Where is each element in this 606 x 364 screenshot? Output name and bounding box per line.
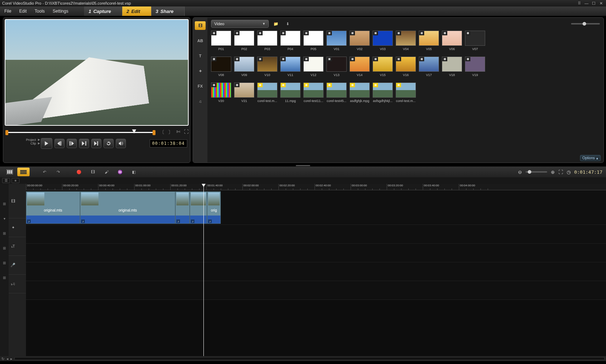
library-item[interactable]: ▦V21 bbox=[234, 83, 254, 103]
library-item[interactable]: ▦V03 bbox=[373, 31, 393, 51]
library-item[interactable]: ▦P01 bbox=[211, 31, 231, 51]
zoom-in-icon[interactable]: ⊕ bbox=[551, 169, 555, 175]
library-item[interactable]: ▦asdfghjk.mpg bbox=[350, 83, 370, 103]
library-item[interactable]: ▦V10 bbox=[257, 57, 277, 77]
library-item[interactable]: ▦V06 bbox=[442, 31, 462, 51]
track-enable-toggle[interactable]: ⊞ bbox=[3, 231, 6, 235]
undo-button[interactable]: ↶ bbox=[38, 168, 50, 176]
menu-file[interactable]: File bbox=[3, 7, 13, 15]
zoom-out-icon[interactable]: ⊖ bbox=[518, 169, 522, 175]
library-category-dropdown[interactable]: Video▼ bbox=[211, 20, 269, 28]
library-tab-audio[interactable]: ♫ bbox=[195, 97, 206, 106]
library-item[interactable]: ▦V17 bbox=[419, 57, 439, 77]
library-item[interactable]: ▦V16 bbox=[396, 57, 416, 77]
title-track-lane[interactable] bbox=[26, 244, 606, 262]
track-enable-toggle[interactable]: ⊞ bbox=[3, 202, 6, 206]
library-tab-title[interactable]: T bbox=[195, 52, 206, 60]
library-tab-filter[interactable]: FX bbox=[195, 82, 206, 90]
preview-viewport[interactable] bbox=[5, 19, 189, 126]
repeat-button[interactable] bbox=[104, 139, 114, 148]
chapter-button[interactable]: ◧ bbox=[128, 168, 140, 176]
redo-button[interactable]: ↷ bbox=[52, 168, 64, 176]
step-edit[interactable]: 2Edit bbox=[122, 6, 152, 16]
menu-tools[interactable]: Tools bbox=[33, 7, 46, 15]
mark-in-icon[interactable]: 〔 bbox=[160, 129, 164, 136]
library-item[interactable]: ▦corel-test45... bbox=[326, 83, 347, 103]
library-item[interactable]: ▦V08 bbox=[211, 57, 231, 77]
library-tab-graphic[interactable]: ✦ bbox=[195, 67, 206, 75]
sound-mixer-button[interactable]: ♒ bbox=[114, 168, 126, 176]
library-item[interactable]: ▦V11 bbox=[280, 57, 300, 77]
library-options-button[interactable]: Options▴ bbox=[580, 155, 601, 161]
library-item[interactable]: ▦corel-test.m... bbox=[257, 83, 277, 103]
library-item[interactable]: ▦V02 bbox=[350, 31, 370, 51]
track-collapse-toggle[interactable]: ▾ bbox=[4, 217, 5, 221]
menu-settings[interactable]: Settings bbox=[51, 7, 70, 15]
settings-grip-icon[interactable]: ⠿ bbox=[576, 1, 582, 6]
library-item[interactable]: ▦P05 bbox=[303, 31, 324, 51]
library-item[interactable]: ▦V18 bbox=[442, 57, 462, 77]
timeline-clip[interactable]: original.mts♪♪ bbox=[80, 191, 175, 224]
library-item[interactable]: ▦V19 bbox=[465, 57, 485, 77]
scroll-loop-icon[interactable]: ↻ bbox=[1, 357, 4, 361]
prev-frame-button[interactable] bbox=[67, 139, 77, 148]
cut-icon[interactable]: ✄ bbox=[176, 129, 180, 136]
next-frame-button[interactable] bbox=[79, 139, 89, 148]
record-button[interactable]: 🔴 bbox=[73, 168, 85, 176]
tracks-viewport[interactable]: 00:00:00:0000:00:20:0000:00:40:0000:01:0… bbox=[26, 184, 606, 356]
timeline-clip[interactable]: ♪♪ bbox=[190, 191, 207, 224]
timeline-clip[interactable]: orig♪♪ bbox=[207, 191, 221, 224]
library-item[interactable]: ▦P03 bbox=[257, 31, 277, 51]
library-tab-transitions[interactable]: AB bbox=[195, 36, 206, 45]
fit-project-icon[interactable]: ⛶ bbox=[558, 169, 563, 175]
library-item[interactable]: ▦corel-test11... bbox=[303, 83, 324, 103]
expand-icon[interactable]: ⛶ bbox=[184, 129, 189, 136]
voice-track-lane[interactable] bbox=[26, 262, 606, 281]
timeline-clip[interactable]: original.mts♪♪ bbox=[26, 191, 80, 224]
music-track-lane[interactable] bbox=[26, 281, 606, 300]
trim-playhead[interactable] bbox=[132, 129, 136, 134]
end-button[interactable] bbox=[91, 139, 101, 148]
video-track-lane[interactable]: original.mts♪♪original.mts♪♪♪♪♪♪orig♪♪ bbox=[26, 190, 606, 225]
library-item[interactable]: ▦V20 bbox=[211, 83, 231, 103]
library-item[interactable]: ▦P02 bbox=[234, 31, 254, 51]
library-item[interactable]: ▦V09 bbox=[234, 57, 254, 77]
close-button[interactable]: ✕ bbox=[598, 1, 604, 6]
trim-bar[interactable]: 〔 〕 ✄ ⛶ bbox=[5, 129, 189, 136]
storyboard-view-button[interactable] bbox=[4, 168, 16, 176]
painting-creator-button[interactable]: 🖌 bbox=[100, 168, 113, 176]
library-tab-media[interactable]: 🎞 bbox=[195, 21, 206, 30]
timeline-playhead[interactable] bbox=[203, 184, 204, 356]
timeline-view-button[interactable] bbox=[17, 168, 30, 176]
scroll-right-icon[interactable]: ▸ bbox=[10, 357, 12, 361]
volume-button[interactable] bbox=[116, 139, 126, 148]
home-button[interactable] bbox=[54, 139, 65, 148]
library-item[interactable]: ▦V01 bbox=[326, 31, 347, 51]
mark-out-icon[interactable]: 〕 bbox=[168, 129, 173, 136]
library-item[interactable]: ▦V07 bbox=[465, 31, 485, 51]
thumbnail-size-slider[interactable] bbox=[571, 23, 600, 25]
library-item[interactable]: ▦V15 bbox=[373, 57, 393, 77]
preview-timecode[interactable]: 00:01:38:04 bbox=[150, 139, 187, 147]
library-item[interactable]: ▦V04 bbox=[396, 31, 416, 51]
batch-convert-button[interactable]: 🎞 bbox=[87, 168, 99, 176]
timeline-scrollbar[interactable]: ↻ ◂ ▸ bbox=[0, 356, 606, 361]
track-enable-toggle[interactable]: ⊞ bbox=[3, 246, 6, 250]
library-item[interactable]: ▦V13 bbox=[326, 57, 347, 77]
import-icon[interactable]: ⬇ bbox=[283, 20, 292, 28]
overlay-track-lane[interactable] bbox=[26, 225, 606, 244]
library-item[interactable]: ▦11.mpg bbox=[280, 83, 300, 103]
play-button[interactable] bbox=[41, 138, 52, 149]
track-list-button[interactable]: ≡ bbox=[12, 178, 19, 183]
track-enable-toggle[interactable]: ⊞ bbox=[3, 276, 6, 280]
library-item[interactable]: ▦V12 bbox=[303, 57, 324, 77]
library-item[interactable]: ▦P04 bbox=[280, 31, 300, 51]
library-item[interactable]: ▦corel-test.m... bbox=[396, 83, 416, 103]
step-capture[interactable]: 1Capture bbox=[84, 6, 122, 16]
library-item[interactable]: ▦V05 bbox=[419, 31, 439, 51]
scroll-left-icon[interactable]: ◂ bbox=[6, 357, 8, 361]
step-share[interactable]: 3Share bbox=[152, 6, 185, 16]
add-folder-icon[interactable]: 📁 bbox=[272, 20, 280, 28]
playback-mode-labels[interactable]: Project Clip bbox=[8, 138, 40, 145]
timeline-ruler[interactable]: 00:00:00:0000:00:20:0000:00:40:0000:01:0… bbox=[26, 184, 606, 190]
